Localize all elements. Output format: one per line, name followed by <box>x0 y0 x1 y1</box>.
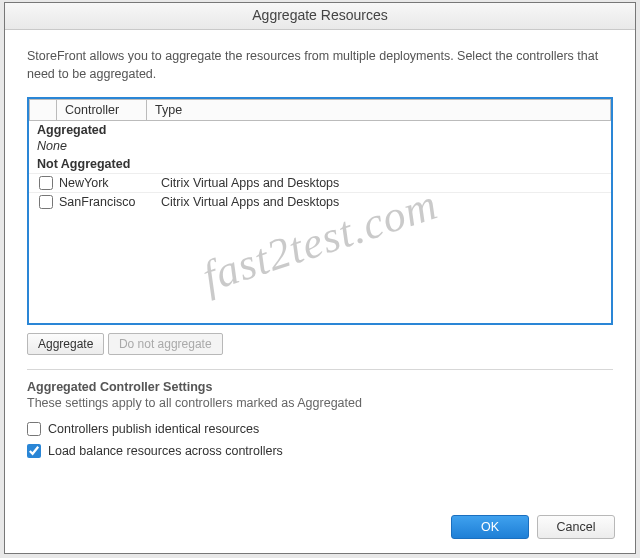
publish-identical-option[interactable]: Controllers publish identical resources <box>27 422 613 436</box>
dialog-footer: OK Cancel <box>5 505 635 553</box>
row-controller: NewYork <box>57 176 157 190</box>
row-type: Citrix Virtual Apps and Desktops <box>157 195 605 209</box>
table-header: Controller Type <box>29 99 611 121</box>
column-checkbox <box>29 99 57 121</box>
load-balance-checkbox[interactable] <box>27 444 41 458</box>
ok-button[interactable]: OK <box>451 515 529 539</box>
column-type: Type <box>147 99 611 121</box>
row-checkbox[interactable] <box>39 176 53 190</box>
description-text: StoreFront allows you to aggregate the r… <box>27 48 613 83</box>
group-not-aggregated: Not Aggregated <box>29 155 611 173</box>
aggregated-none: None <box>29 139 611 155</box>
group-aggregated: Aggregated <box>29 121 611 139</box>
publish-identical-label: Controllers publish identical resources <box>48 422 259 436</box>
table-row[interactable]: SanFrancisco Citrix Virtual Apps and Des… <box>29 192 611 211</box>
table-row[interactable]: NewYork Citrix Virtual Apps and Desktops <box>29 173 611 192</box>
separator <box>27 369 613 370</box>
load-balance-label: Load balance resources across controller… <box>48 444 283 458</box>
controllers-table: Controller Type Aggregated None Not Aggr… <box>27 97 613 325</box>
window-title: Aggregate Resources <box>252 7 387 23</box>
cancel-button[interactable]: Cancel <box>537 515 615 539</box>
column-controller: Controller <box>57 99 147 121</box>
row-type: Citrix Virtual Apps and Desktops <box>157 176 605 190</box>
settings-subtitle: These settings apply to all controllers … <box>27 396 613 410</box>
do-not-aggregate-button: Do not aggregate <box>108 333 223 355</box>
aggregate-button[interactable]: Aggregate <box>27 333 104 355</box>
title-bar: Aggregate Resources <box>5 2 635 30</box>
publish-identical-checkbox[interactable] <box>27 422 41 436</box>
dialog-content: StoreFront allows you to aggregate the r… <box>5 30 635 505</box>
row-controller: SanFrancisco <box>57 195 157 209</box>
settings-title: Aggregated Controller Settings <box>27 380 613 394</box>
dialog-window: Aggregate Resources StoreFront allows yo… <box>4 2 636 554</box>
row-checkbox[interactable] <box>39 195 53 209</box>
aggregate-button-row: Aggregate Do not aggregate <box>27 333 613 355</box>
load-balance-option[interactable]: Load balance resources across controller… <box>27 444 613 458</box>
